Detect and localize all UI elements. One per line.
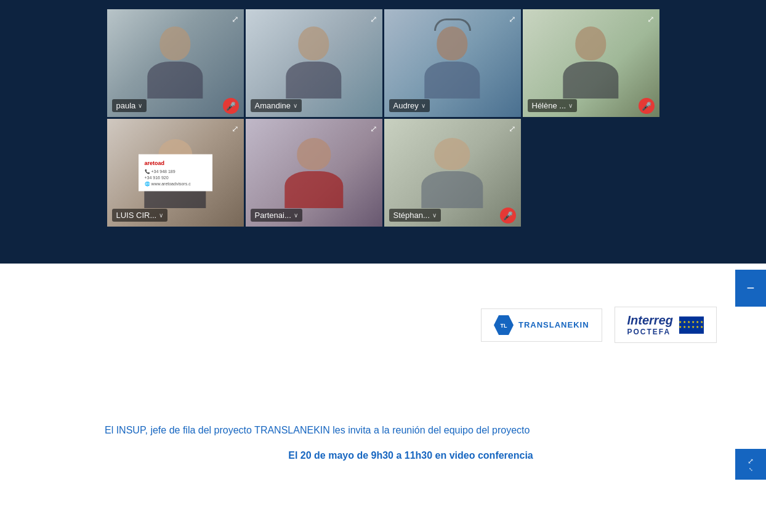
- name-label-luis[interactable]: LUIS CIR... ∨: [112, 209, 168, 222]
- translanekin-logo-icon: TL: [494, 315, 514, 335]
- expand-label: ⤡: [749, 467, 753, 472]
- svg-text:TL: TL: [500, 322, 507, 328]
- date-line: El 20 de mayo de 9h30 a 11h30 en video c…: [105, 450, 717, 461]
- video-cell-audrey[interactable]: ⤢ Audrey ∨: [384, 9, 521, 117]
- person-silhouette-stephan: [405, 127, 500, 208]
- translanekin-logo-text: TRANSLANEKIN: [518, 320, 589, 329]
- mute-icon-stephan: 🎤: [500, 208, 516, 224]
- person-silhouette-helene: [543, 18, 639, 99]
- chevron-icon: ∨: [432, 212, 437, 219]
- eu-flag: ★★★★★★★★★★★★: [679, 316, 704, 334]
- minimize-button[interactable]: −: [735, 270, 766, 307]
- expand-arrows-icon: ⤢: [748, 457, 754, 465]
- person-silhouette-amandine: [266, 18, 361, 99]
- video-cell-helene[interactable]: ⤢ Hélène ... ∨ 🎤: [523, 9, 659, 117]
- name-label-amandine[interactable]: Amandine ∨: [251, 99, 302, 112]
- phone2: +34 916 920: [145, 174, 206, 180]
- expand-icon-helene[interactable]: ⤢: [647, 14, 655, 24]
- interreg-text-block: Interreg POCTEFA: [627, 313, 673, 336]
- name-label-audrey[interactable]: Audrey ∨: [389, 99, 430, 112]
- expand-icon-luis[interactable]: ⤢: [232, 124, 239, 134]
- name-label-helene[interactable]: Hélène ... ∨: [528, 99, 578, 112]
- interreg-brand-text: Interreg: [627, 313, 673, 328]
- chevron-icon: ∨: [138, 102, 142, 109]
- mute-icon-helene: 🎤: [639, 98, 655, 114]
- business-card-overlay: aretoad 📞 +34 948 189 +34 916 920 🌐 www.…: [139, 154, 212, 191]
- expand-icon-paula[interactable]: ⤢: [232, 14, 239, 24]
- main-paragraph: El INSUP, jefe de fila del proyecto TRAN…: [105, 423, 659, 438]
- mute-icon-paula: 🎤: [223, 98, 239, 114]
- bottom-section: − TL TRANSLANEKIN Interreg POCTEFA ★★★★★…: [0, 264, 766, 486]
- expand-icon-partenai[interactable]: ⤢: [370, 124, 377, 134]
- phone1: 📞 +34 948 189: [145, 169, 206, 175]
- content-section: El INSUP, jefe de fila del proyecto TRAN…: [0, 398, 766, 486]
- name-label-partenai[interactable]: Partenai... ∨: [251, 209, 302, 222]
- chevron-icon: ∨: [568, 102, 573, 109]
- chevron-icon: ∨: [159, 212, 163, 219]
- person-silhouette-partenai: [266, 127, 361, 208]
- expand-icon-amandine[interactable]: ⤢: [370, 14, 377, 24]
- name-label-stephan[interactable]: Stéphan... ∨: [389, 209, 441, 222]
- translanekin-logo: TL TRANSLANEKIN: [481, 308, 602, 342]
- video-conference-section: ⤢ paula ∨ 🎤 ⤢ Amandine ∨: [0, 0, 766, 264]
- company-name: aretoad: [145, 159, 206, 167]
- expand-icon-stephan[interactable]: ⤢: [509, 124, 516, 134]
- chevron-icon: ∨: [293, 102, 297, 109]
- expand-icon-audrey[interactable]: ⤢: [509, 14, 516, 24]
- person-silhouette-audrey: [405, 18, 500, 99]
- chevron-icon: ∨: [294, 212, 298, 219]
- video-cell-amandine[interactable]: ⤢ Amandine ∨: [246, 9, 382, 117]
- interreg-subtitle: POCTEFA: [627, 328, 673, 336]
- video-grid: ⤢ paula ∨ 🎤 ⤢ Amandine ∨: [107, 9, 659, 227]
- video-cell-stephan[interactable]: ⤢ Stéphan... ∨ 🎤: [384, 119, 521, 227]
- video-cell-luis[interactable]: aretoad 📞 +34 948 189 +34 916 920 🌐 www.…: [107, 119, 244, 227]
- website: 🌐 www.aretoadvisors.c: [145, 180, 206, 187]
- video-cell-empty: [523, 119, 659, 227]
- logos-section: TL TRANSLANEKIN Interreg POCTEFA ★★★★★★★…: [0, 288, 766, 361]
- chevron-icon: ∨: [421, 102, 425, 109]
- video-cell-partenai[interactable]: ⤢ Partenai... ∨: [246, 119, 382, 227]
- video-cell-paula[interactable]: ⤢ paula ∨ 🎤: [107, 9, 244, 117]
- bottom-right-expand-icon[interactable]: ⤢ ⤡: [735, 449, 766, 480]
- person-silhouette-paula: [127, 18, 223, 99]
- spacer: [0, 361, 766, 398]
- interreg-logo: Interreg POCTEFA ★★★★★★★★★★★★: [615, 307, 717, 343]
- name-label-paula[interactable]: paula ∨: [112, 99, 147, 112]
